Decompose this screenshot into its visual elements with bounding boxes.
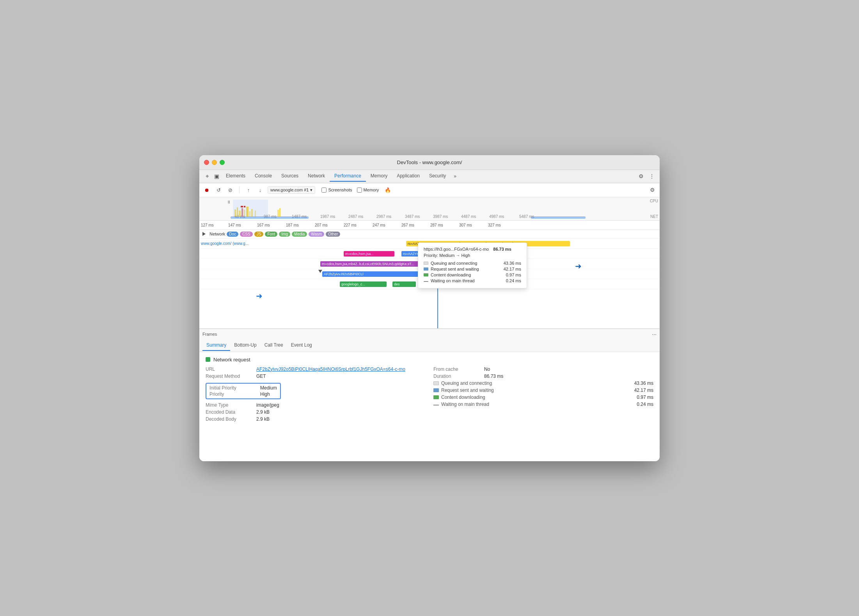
priority-highlight-box: Initial Priority Medium Priority High [206,383,281,399]
zoom-label-6: 247 ms [373,223,385,227]
tab-security[interactable]: Security [424,171,451,182]
upload-button[interactable]: ↑ [244,186,253,194]
green-square-icon [206,357,210,362]
tab-memory[interactable]: Memory [366,171,392,182]
network-timeline[interactable]: www.google.com/ (www.g... rs=AA2YrTv0taM… [199,239,660,328]
filter-js[interactable]: JS [254,232,264,237]
frames-bar: Frames ··· [199,329,660,340]
tooltip-row-2: Content downloading 0.97 ms [424,273,521,277]
more-options-icon[interactable]: ⋮ [647,172,657,181]
tab-application[interactable]: Application [392,171,424,182]
reload-button[interactable]: ↺ [214,186,223,194]
url-select[interactable]: www.google.com #1 ▾ [268,186,315,194]
decoded-value: 2.9 kB [256,416,270,422]
initial-priority-row: Initial Priority Medium [209,385,277,391]
svg-rect-12 [241,206,243,207]
minimize-button[interactable] [212,160,217,165]
zoom-label-7: 267 ms [401,223,414,227]
filter-img[interactable]: Img [279,232,290,237]
tab-console[interactable]: Console [250,171,277,182]
tab-bottom-up[interactable]: Bottom-Up [230,340,260,351]
close-button[interactable] [204,160,209,165]
zoom-label-8: 287 ms [430,223,443,227]
more-tabs-button[interactable]: » [451,172,460,181]
duration-value: 86.73 ms [484,373,503,379]
nav-tabs-bar: ⌖ ▣ Elements Console Sources Network Per… [199,170,660,183]
inspect-icon[interactable]: ⌖ [202,172,212,181]
timeline-ruler[interactable]: CPU NET ⏸ 48 ms 987 ms 1487 ms 1987 ms 2… [199,197,660,221]
detail-grid: URL AF2bZyivvJ92o5BiPi0CLlHaqa5IHNOi6Srp… [206,366,653,423]
mime-value: image/jpeg [256,402,279,408]
maximize-button[interactable] [220,160,225,165]
request-bar-4a[interactable]: googlelogo_c... [340,281,387,287]
priority-value: High [260,391,270,397]
zoom-label-10: 327 ms [488,223,501,227]
screenshots-label: Screenshots [328,188,352,192]
tab-event-log[interactable]: Event Log [287,340,316,351]
filter-media[interactable]: Media [292,232,307,237]
filter-other[interactable]: Other [326,232,340,237]
section-title: Network request [213,357,250,363]
url-value[interactable]: AF2bZyivvJ92o5BiPi0CLlHaqa5IHNOi6SrpLrbf… [256,366,405,372]
net-bar [231,216,309,219]
from-cache-value: No [484,366,490,372]
svg-rect-9 [277,210,279,216]
memory-checkbox[interactable]: Memory [357,188,379,193]
network-expand-icon[interactable] [202,232,208,236]
record-button[interactable]: ⏺ [202,186,211,194]
svg-rect-13 [244,206,245,207]
timing-row-0: Queuing and connecting 43.36 ms [433,381,653,386]
tab-call-tree[interactable]: Call Tree [261,340,287,351]
cpu-chart [227,200,652,217]
tab-elements[interactable]: Elements [221,171,250,182]
perf-settings-icon[interactable]: ⚙ [648,186,657,194]
window-title: DevTools - www.google.com/ [397,159,462,165]
zoom-label-4: 207 ms [315,223,328,227]
flame-icon[interactable]: 🔥 [383,186,392,194]
duration-row: Duration 86.73 ms [433,373,653,379]
screenshots-checkbox-input[interactable] [321,188,327,193]
zoom-label-2: 167 ms [257,223,270,227]
detail-url-row: URL AF2bZyivvJ92o5BiPi0CLlHaqa5IHNOi6Srp… [206,366,426,372]
tooltip-row-3: Waiting on main thread 0.24 ms [424,278,521,283]
network-header: Network Doc CSS JS Font Img Media Wasm O… [199,230,660,239]
tab-sources[interactable]: Sources [277,171,303,182]
net-bar-2 [531,216,586,219]
filter-css[interactable]: CSS [240,232,253,237]
traffic-lights [204,160,225,165]
filter-wasm[interactable]: Wasm [309,232,324,237]
tab-network[interactable]: Network [303,171,330,182]
filter-font[interactable]: Font [265,232,277,237]
encoded-row: Encoded Data 2.9 kB [206,409,426,415]
svg-rect-11 [233,200,268,217]
url-label: URL [206,366,256,372]
zoom-label-0: 127 ms [201,223,214,227]
tooltip-priority: Priority: Medium → High [424,253,521,258]
device-icon[interactable]: ▣ [212,172,221,181]
encoded-label: Encoded Data [206,409,256,415]
screenshots-checkbox[interactable]: Screenshots [321,188,352,193]
priority-label: Priority [209,391,260,397]
devtools-window: DevTools - www.google.com/ ⌖ ▣ Elements … [199,155,660,461]
timing-row-3: Waiting on main thread 0.24 ms [433,402,653,407]
request-bar-4b[interactable]: des [392,281,416,287]
zoom-label-1: 147 ms [228,223,241,227]
filter-doc[interactable]: Doc [227,232,238,237]
from-cache-row: From cache No [433,366,653,372]
timeline-zoom[interactable]: 127 ms 147 ms 167 ms 187 ms 207 ms 227 m… [199,221,660,230]
zoom-label-3: 187 ms [286,223,299,227]
tab-summary[interactable]: Summary [202,340,230,351]
method-value: GET [256,373,266,379]
download-button[interactable]: ↓ [256,186,264,194]
method-label: Request Method [206,373,256,379]
clear-button[interactable]: ⊘ [226,186,234,194]
tooltip-row-1: Request sent and waiting 42.17 ms [424,267,521,271]
detail-left-col: URL AF2bZyivvJ92o5BiPi0CLlHaqa5IHNOi6Srp… [206,366,426,423]
request-bar-1a[interactable]: m=cdos,hsm,jsa... [344,251,394,257]
memory-checkbox-input[interactable] [357,188,362,193]
frames-more-button[interactable]: ··· [652,331,657,337]
timing-row-2: Content downloading 0.97 ms [433,395,653,400]
tab-performance[interactable]: Performance [330,171,366,182]
tooltip-priority-to: High [461,253,470,258]
settings-icon[interactable]: ⚙ [636,172,646,181]
